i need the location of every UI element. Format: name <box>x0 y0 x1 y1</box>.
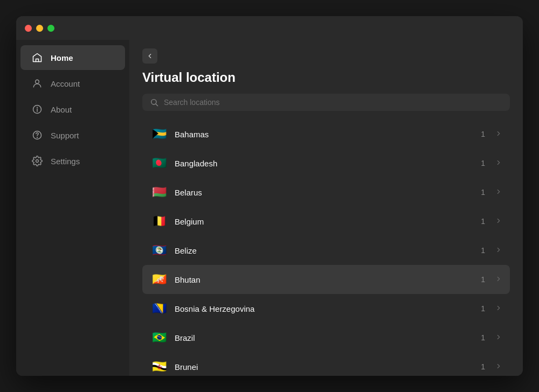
sidebar-item-about[interactable]: About <box>20 97 125 122</box>
location-count: 1 <box>481 246 485 255</box>
location-count: 1 <box>481 362 485 371</box>
sidebar-item-settings[interactable]: Settings <box>20 149 125 173</box>
account-icon <box>31 78 43 89</box>
fullscreen-button[interactable] <box>47 25 54 32</box>
location-count: 1 <box>481 304 485 313</box>
location-count: 1 <box>481 130 485 138</box>
flag-icon: 🇧🇩 <box>150 154 168 172</box>
location-row[interactable]: 🇧🇿Belize1 <box>142 236 510 265</box>
main-panel: Virtual location 🇧🇸Bahamas1🇧🇩Bangladesh1… <box>129 40 523 376</box>
home-icon <box>31 52 43 64</box>
location-row[interactable]: 🇧🇹Bhutan1 <box>142 265 510 294</box>
location-count: 1 <box>481 217 485 226</box>
minimize-button[interactable] <box>36 25 43 32</box>
chevron-right-icon <box>495 130 502 139</box>
close-button[interactable] <box>25 25 32 32</box>
location-row[interactable]: 🇧🇦Bosnia & Herzegovina1 <box>142 294 510 323</box>
location-row[interactable]: 🇧🇳Brunei1 <box>142 352 510 376</box>
location-name: Belarus <box>175 188 474 197</box>
location-name: Belgium <box>175 217 474 226</box>
location-name: Bahamas <box>175 130 474 139</box>
sidebar-item-support-label: Support <box>51 131 79 140</box>
location-row[interactable]: 🇧🇾Belarus1 <box>142 178 510 207</box>
chevron-right-icon <box>495 275 502 284</box>
chevron-right-icon <box>495 333 502 342</box>
search-icon <box>150 98 158 107</box>
location-count: 1 <box>481 333 485 342</box>
flag-icon: 🇧🇹 <box>150 270 168 289</box>
flag-icon: 🇧🇷 <box>150 328 168 347</box>
location-name: Bhutan <box>175 275 474 284</box>
settings-icon <box>31 155 43 167</box>
flag-icon: 🇧🇸 <box>150 125 168 143</box>
svg-point-0 <box>36 80 39 83</box>
back-button[interactable] <box>142 48 157 64</box>
svg-point-5 <box>37 137 38 138</box>
location-row[interactable]: 🇧🇩Bangladesh1 <box>142 149 510 178</box>
location-name: Belize <box>175 246 474 255</box>
svg-point-3 <box>37 107 38 108</box>
search-bar <box>142 94 510 111</box>
flag-icon: 🇧🇿 <box>150 241 168 260</box>
location-name: Brunei <box>175 362 474 372</box>
location-count: 1 <box>481 188 485 197</box>
chevron-right-icon <box>495 304 502 313</box>
location-row[interactable]: 🇧🇷Brazil1 <box>142 323 510 352</box>
sidebar: Home Account About Support <box>16 40 129 376</box>
content-area: Home Account About Support <box>16 40 523 376</box>
location-count: 1 <box>481 275 485 284</box>
location-name: Bosnia & Herzegovina <box>175 304 474 313</box>
chevron-right-icon <box>495 217 502 226</box>
sidebar-item-home[interactable]: Home <box>20 45 125 70</box>
location-name: Bangladesh <box>175 159 474 168</box>
chevron-right-icon <box>495 246 502 255</box>
sidebar-item-account[interactable]: Account <box>20 71 125 96</box>
svg-line-8 <box>156 104 158 106</box>
sidebar-item-account-label: Account <box>51 79 80 88</box>
chevron-right-icon <box>495 362 502 372</box>
location-count: 1 <box>481 159 485 167</box>
location-name: Brazil <box>175 333 474 342</box>
chevron-right-icon <box>495 188 502 197</box>
titlebar <box>16 16 523 40</box>
search-input[interactable] <box>164 98 502 107</box>
sidebar-item-settings-label: Settings <box>51 157 80 166</box>
page-title: Virtual location <box>142 70 510 85</box>
location-list: 🇧🇸Bahamas1🇧🇩Bangladesh1🇧🇾Belarus1🇧🇪Belgi… <box>142 120 510 376</box>
sidebar-item-support[interactable]: Support <box>20 123 125 148</box>
sidebar-item-about-label: About <box>51 105 72 114</box>
help-icon <box>31 129 43 141</box>
app-window: Home Account About Support <box>16 16 523 376</box>
location-row[interactable]: 🇧🇪Belgium1 <box>142 207 510 236</box>
chevron-right-icon <box>495 159 502 168</box>
flag-icon: 🇧🇦 <box>150 299 168 318</box>
traffic-lights <box>25 25 54 32</box>
info-icon <box>31 103 43 115</box>
location-row[interactable]: 🇧🇸Bahamas1 <box>142 120 510 149</box>
svg-point-6 <box>36 160 39 163</box>
flag-icon: 🇧🇪 <box>150 212 168 230</box>
flag-icon: 🇧🇾 <box>150 183 168 201</box>
sidebar-item-home-label: Home <box>51 53 73 62</box>
flag-icon: 🇧🇳 <box>150 358 168 376</box>
